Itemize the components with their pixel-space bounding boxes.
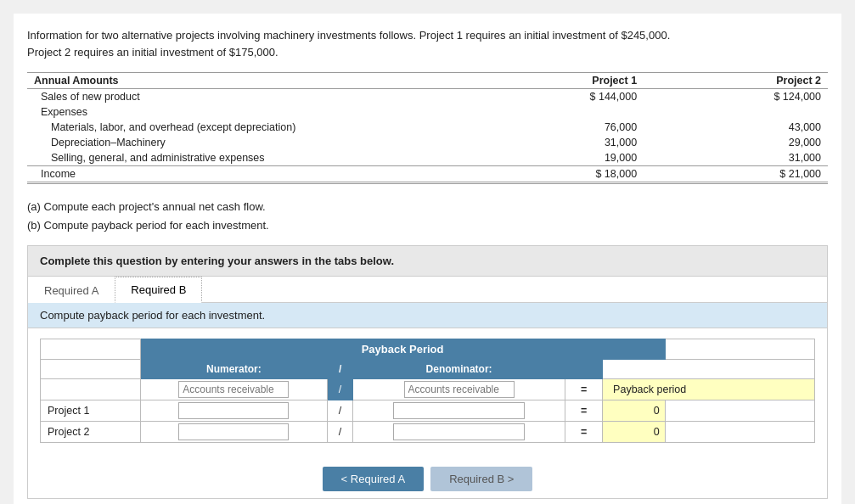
section-subheader: Compute payback period for each investme… [28, 303, 827, 328]
tab-required-b[interactable]: Required B [115, 277, 202, 303]
tabs-row: Required A Required B [28, 277, 827, 303]
payback-numerator-cell-0 [140, 400, 327, 422]
payback-numerator-cell-1 [140, 422, 327, 443]
annual-table-header-p2: Project 2 [644, 73, 828, 89]
annual-row-label-4: Selling, general, and administrative exp… [27, 150, 468, 166]
payback-label-0: Project 1 [41, 400, 141, 422]
intro-line1: Information for two alternative projects… [27, 29, 670, 42]
placeholder-slash: / [328, 379, 353, 400]
payback-row: Project 2 / = 0 [41, 422, 815, 443]
payback-denominator-cell-1 [353, 422, 565, 443]
payback-numerator-1[interactable] [178, 423, 289, 440]
annual-row-p2-2: 43,000 [644, 120, 828, 135]
payback-denominator-cell-0 [353, 400, 565, 422]
annual-row-label-1: Expenses [27, 104, 468, 120]
annual-row-p1-1 [468, 104, 644, 120]
col-equals-header [565, 360, 603, 379]
payback-numerator-0[interactable] [178, 402, 289, 419]
annual-table-header-label: Annual Amounts [27, 73, 468, 89]
annual-row-label-5: Income [27, 166, 468, 183]
prev-button[interactable]: < Required A [323, 467, 425, 491]
placeholder-result: Payback period [603, 379, 815, 400]
payback-table: Payback Period Numerator: / Denominator: [40, 339, 815, 443]
annual-row-p2-4: 31,000 [644, 150, 828, 166]
payback-section: Payback Period Numerator: / Denominator: [28, 328, 827, 453]
placeholder-denominator-cell [353, 379, 565, 400]
payback-equals-0: = [565, 400, 603, 422]
annual-amounts-table: Annual Amounts Project 1 Project 2 Sales… [27, 72, 828, 184]
payback-extra-1 [665, 422, 814, 443]
payback-period-title: Payback Period [140, 339, 665, 360]
col-slash-header: / [328, 360, 353, 379]
annual-row-p2-1 [644, 104, 828, 120]
tab-required-a[interactable]: Required A [28, 277, 115, 303]
payback-extra-0 [665, 400, 814, 422]
annual-row-p2-3: 29,000 [644, 135, 828, 150]
annual-row-p1-2: 76,000 [468, 120, 644, 135]
placeholder-denominator-input[interactable] [404, 381, 515, 398]
instruction-a: (a) Compute each project's annual net ca… [27, 198, 828, 216]
annual-row-p2-0: $ 124,000 [644, 89, 828, 105]
annual-row-p2-5: $ 21,000 [644, 166, 828, 183]
annual-table-header-p1: Project 1 [468, 73, 644, 89]
annual-row-label-3: Depreciation–Machinery [27, 135, 468, 150]
col-empty [41, 360, 141, 379]
empty-header [41, 339, 141, 360]
annual-row-label-0: Sales of new product [27, 89, 468, 105]
annual-row-p1-0: $ 144,000 [468, 89, 644, 105]
col-numerator-header: Numerator: [140, 360, 327, 379]
instructions: (a) Compute each project's annual net ca… [27, 198, 828, 235]
page-container: Information for two alternative projects… [14, 14, 841, 504]
next-button[interactable]: Required B > [430, 467, 532, 491]
payback-result-value-0: 0 [603, 400, 665, 422]
payback-result-value-1: 0 [603, 422, 665, 443]
annual-row-p1-5: $ 18,000 [468, 166, 644, 183]
empty-header2 [665, 339, 814, 360]
payback-label-1: Project 2 [41, 422, 141, 443]
payback-slash-1: / [328, 422, 353, 443]
payback-denominator-0[interactable] [393, 402, 525, 419]
col-result-header [603, 360, 815, 379]
tabs-container: Required A Required B Compute payback pe… [27, 277, 828, 499]
bottom-nav: < Required A Required B > [28, 467, 827, 498]
placeholder-numerator-cell [140, 379, 327, 400]
intro-text: Information for two alternative projects… [27, 27, 828, 60]
annual-row-p1-4: 19,000 [468, 150, 644, 166]
col-denominator-header: Denominator: [353, 360, 565, 379]
payback-denominator-1[interactable] [393, 423, 525, 440]
annual-row-label-2: Materials, labor, and overhead (except d… [27, 120, 468, 135]
placeholder-numerator-input[interactable] [178, 381, 289, 398]
complete-box: Complete this question by entering your … [27, 245, 828, 277]
payback-row: Project 1 / = 0 [41, 400, 815, 422]
instruction-b: (b) Compute payback period for each inve… [27, 216, 828, 235]
intro-line2: Project 2 requires an initial investment… [27, 46, 278, 59]
annual-row-p1-3: 31,000 [468, 135, 644, 150]
payback-equals-1: = [565, 422, 603, 443]
placeholder-label-col [41, 379, 141, 400]
payback-slash-0: / [328, 400, 353, 422]
placeholder-equals: = [565, 379, 603, 400]
